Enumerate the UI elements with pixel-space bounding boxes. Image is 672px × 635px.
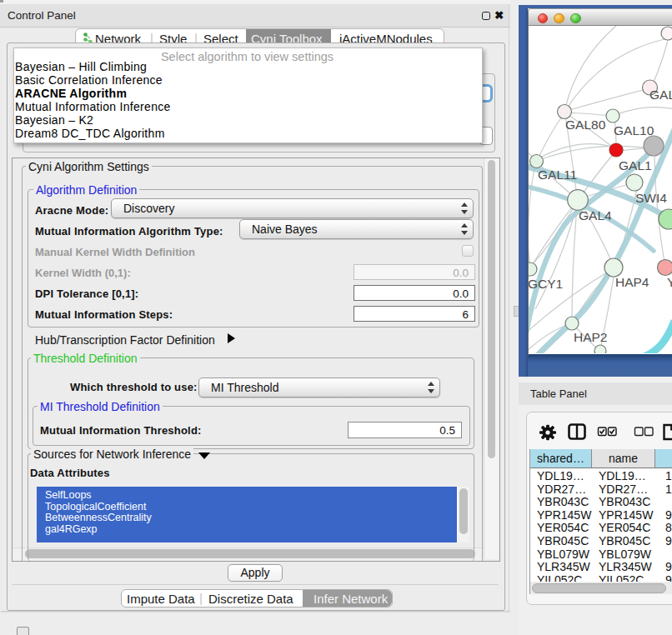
svg-text:SWI4: SWI4	[635, 191, 667, 205]
svg-text:GAL7: GAL7	[649, 88, 672, 102]
svg-text:GAL1: GAL1	[619, 158, 652, 172]
svg-text:GAL80: GAL80	[565, 118, 606, 132]
svg-text:GAL4: GAL4	[579, 208, 612, 222]
svg-text:GCY1: GCY1	[529, 277, 563, 291]
svg-text:YM: YM	[667, 275, 672, 289]
svg-text:HAP4: HAP4	[615, 275, 649, 289]
svg-text:GAL11: GAL11	[538, 168, 577, 182]
svg-text:GAL10: GAL10	[614, 123, 654, 138]
svg-text:HAP2: HAP2	[574, 330, 608, 344]
